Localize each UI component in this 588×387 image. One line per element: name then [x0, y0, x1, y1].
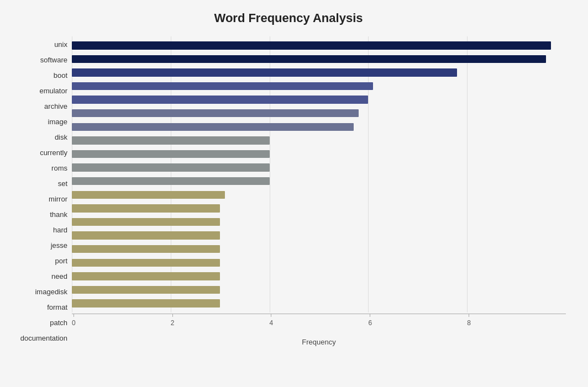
x-tick-line — [469, 314, 469, 317]
y-label: hard — [11, 226, 67, 234]
bars-and-x: 02468 Frequency — [72, 36, 566, 346]
bar — [72, 136, 270, 144]
y-label: archive — [11, 103, 67, 110]
bar — [72, 204, 220, 212]
bar — [72, 245, 220, 253]
y-label: need — [11, 273, 67, 280]
y-label: port — [11, 257, 67, 264]
bar — [72, 191, 225, 199]
bar — [72, 177, 270, 185]
x-tick-line — [370, 314, 370, 317]
bar-row — [72, 134, 566, 147]
bar-row — [72, 269, 566, 283]
bar-row — [72, 256, 566, 270]
bar-row — [72, 52, 566, 66]
bar — [72, 150, 270, 158]
x-tick-line — [271, 314, 271, 317]
y-labels: unixsoftwarebootemulatorarchiveimagedisk… — [11, 36, 72, 346]
y-label: emulator — [11, 87, 67, 94]
bar — [72, 55, 546, 63]
y-label: thank — [11, 211, 67, 218]
bar — [72, 123, 354, 131]
bar-row — [72, 39, 566, 52]
bar — [72, 68, 457, 76]
y-label: jesse — [11, 242, 67, 249]
chart-area: unixsoftwarebootemulatorarchiveimagedisk… — [11, 36, 566, 346]
x-tick: 8 — [467, 314, 471, 327]
y-label: mirror — [11, 195, 67, 203]
bar-row — [72, 296, 566, 310]
x-tick-label: 0 — [72, 319, 76, 327]
x-tick: 6 — [368, 314, 372, 327]
bar-row — [72, 174, 566, 188]
y-label: currently — [11, 149, 67, 156]
bars-area — [72, 36, 566, 312]
y-label: unix — [11, 41, 67, 48]
x-tick: 2 — [171, 314, 175, 327]
bar — [72, 163, 270, 171]
bar — [72, 272, 220, 280]
y-label: image — [11, 118, 67, 125]
y-label: roms — [11, 165, 67, 172]
y-label: boot — [11, 72, 67, 79]
y-label: set — [11, 180, 67, 187]
bar-row — [72, 202, 566, 215]
bar — [72, 109, 359, 117]
x-axis: 02468 — [72, 314, 566, 336]
bar-row — [72, 242, 566, 256]
bar-row — [72, 93, 566, 107]
x-tick-label: 4 — [270, 319, 274, 327]
bar-row — [72, 215, 566, 229]
bar-row — [72, 79, 566, 93]
y-label: patch — [11, 319, 67, 326]
y-label: software — [11, 56, 67, 63]
x-tick: 4 — [270, 314, 274, 327]
bar — [72, 259, 220, 267]
bar-row — [72, 66, 566, 79]
x-axis-title: Frequency — [72, 338, 566, 346]
bar-row — [72, 188, 566, 202]
bar — [72, 299, 220, 307]
bar — [72, 286, 220, 294]
bar — [72, 41, 551, 49]
bar-row — [72, 161, 566, 174]
x-tick-label: 6 — [368, 319, 372, 327]
x-tick-label: 2 — [171, 319, 175, 327]
bar — [72, 82, 373, 90]
y-label: imagedisk — [11, 288, 67, 295]
x-tick: 0 — [72, 314, 76, 327]
y-label: format — [11, 304, 67, 311]
y-label: documentation — [11, 335, 67, 342]
x-tick-line — [172, 314, 173, 317]
bar — [72, 218, 220, 226]
bar-row — [72, 107, 566, 120]
bars-inner — [72, 36, 566, 312]
chart-container: Word Frequency Analysis unixsoftwareboot… — [0, 0, 588, 387]
bar — [72, 96, 368, 103]
x-tick-label: 8 — [467, 319, 471, 327]
bar-row — [72, 147, 566, 161]
bar-row — [72, 120, 566, 134]
x-tick-line — [74, 314, 74, 317]
bar-row — [72, 283, 566, 297]
y-label: disk — [11, 134, 67, 141]
bar — [72, 231, 220, 239]
chart-title: Word Frequency Analysis — [11, 11, 566, 25]
bar-row — [72, 229, 566, 242]
